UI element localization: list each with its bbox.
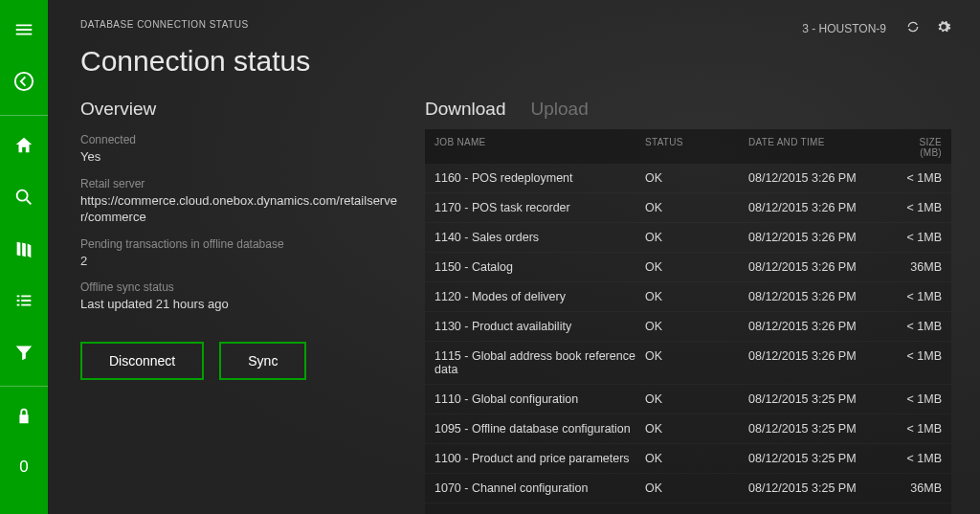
cell-status: OK: [645, 481, 748, 495]
cell-date: 08/12/2015 3:26 PM: [748, 320, 905, 333]
cell-date: 08/12/2015 3:26 PM: [748, 201, 905, 214]
cell-job: 1095 - Offline database configuration: [434, 422, 645, 436]
pending-value: 2: [80, 253, 400, 270]
breadcrumb: DATABASE CONNECTION STATUS: [80, 19, 249, 30]
cell-date: 08/12/2015 3:26 PM: [748, 171, 905, 185]
svg-point-0: [15, 73, 33, 90]
cell-size: < 1MB: [905, 201, 942, 214]
cell-job: 1160 - POS redeployment: [434, 171, 645, 185]
pending-label: Pending transactions in offline database: [80, 237, 400, 251]
cell-date: 08/12/2015 3:26 PM: [748, 290, 905, 303]
cell-job: 1110 - Global configuration: [434, 392, 645, 406]
cell-status: OK: [645, 392, 748, 406]
main-content: DATABASE CONNECTION STATUS 3 - HOUSTON-9…: [48, 0, 980, 514]
cell-size: 36MB: [905, 481, 942, 495]
refresh-icon[interactable]: [905, 19, 921, 37]
server-label: Retail server: [80, 177, 400, 190]
home-icon[interactable]: [13, 135, 34, 160]
table-header: JOB NAME STATUS DATE AND TIME SIZE (MB): [425, 129, 951, 164]
server-value: https://commerce.cloud.onebox.dynamics.c…: [80, 192, 400, 226]
cell-date: 08/12/2015 3:25 PM: [748, 452, 905, 465]
back-icon[interactable]: [13, 71, 34, 96]
offline-value: Last updated 21 hours ago: [80, 296, 400, 313]
cell-job: 1140 - Sales orders: [434, 231, 645, 244]
table-row[interactable]: 1120 - Modes of deliveryOK08/12/2015 3:2…: [425, 282, 951, 312]
cell-size: < 1MB: [905, 392, 942, 406]
page-title: Connection status: [48, 37, 980, 78]
table-row[interactable]: 1100 - Product and price parametersOK08/…: [425, 444, 951, 474]
catalog-icon[interactable]: [13, 238, 34, 263]
cell-status: OK: [645, 201, 748, 214]
table-row[interactable]: 1110 - Global configurationOK08/12/2015 …: [425, 385, 951, 414]
table-row[interactable]: 1140 - Sales ordersOK08/12/2015 3:26 PM<…: [425, 223, 951, 253]
cell-status: OK: [645, 290, 748, 303]
sidebar: 0: [0, 0, 48, 514]
offline-label: Offline sync status: [80, 280, 400, 294]
table-row[interactable]: 1115 - Global address book reference dat…: [425, 342, 951, 385]
table-row[interactable]: 1160 - POS redeploymentOK08/12/2015 3:26…: [425, 164, 951, 193]
cell-status: OK: [645, 231, 748, 244]
table-row[interactable]: 1150 - CatalogOK08/12/2015 3:26 PM36MB: [425, 253, 951, 282]
connected-label: Connected: [80, 133, 400, 146]
cell-size: < 1MB: [905, 290, 942, 303]
cell-job: 1100 - Product and price parameters: [434, 452, 645, 465]
cell-job: 1150 - Catalog: [434, 260, 645, 274]
table-row[interactable]: 1070 - Channel configurationOK08/12/2015…: [425, 474, 951, 503]
cell-status: OK: [645, 422, 748, 436]
cell-date: 08/12/2015 3:26 PM: [748, 260, 905, 274]
svg-point-1: [17, 190, 28, 201]
cell-size: < 1MB: [905, 320, 942, 333]
cell-job: 1120 - Modes of delivery: [434, 290, 645, 303]
cell-size: < 1MB: [905, 349, 942, 376]
cell-size: < 1MB: [905, 231, 942, 244]
cell-date: 08/12/2015 3:25 PM: [748, 422, 905, 436]
cell-status: OK: [645, 320, 748, 333]
col-header-size: SIZE (MB): [905, 137, 942, 158]
cell-date: 08/12/2015 3:26 PM: [748, 231, 905, 244]
cart-count[interactable]: 0: [19, 458, 28, 477]
cell-status: OK: [645, 452, 748, 465]
table-row[interactable]: 1170 - POS task recorderOK08/12/2015 3:2…: [425, 193, 951, 223]
tab-download[interactable]: Download: [425, 99, 506, 120]
table-row[interactable]: 1095 - Offline database configurationOK0…: [425, 414, 951, 444]
sync-button[interactable]: Sync: [219, 342, 306, 380]
cell-job: 1070 - Channel configuration: [434, 481, 645, 495]
tab-upload[interactable]: Upload: [531, 99, 589, 120]
table-row[interactable]: 1130 - Product availabilityOK08/12/2015 …: [425, 312, 951, 342]
cell-date: 08/12/2015 3:25 PM: [748, 481, 905, 495]
gear-icon[interactable]: [936, 19, 951, 37]
cell-status: OK: [645, 349, 748, 376]
jobs-panel: Download Upload JOB NAME STATUS DATE AND…: [425, 99, 951, 514]
disconnect-button[interactable]: Disconnect: [80, 342, 204, 380]
col-header-job: JOB NAME: [434, 137, 645, 158]
search-icon[interactable]: [13, 187, 34, 212]
lock-icon[interactable]: [13, 406, 34, 431]
cell-job: 1130 - Product availability: [434, 320, 645, 333]
cell-size: < 1MB: [905, 452, 942, 465]
cell-status: OK: [645, 171, 748, 185]
col-header-date: DATE AND TIME: [748, 137, 905, 158]
cell-date: 08/12/2015 3:26 PM: [748, 349, 905, 376]
filter-icon[interactable]: [13, 342, 34, 367]
cell-size: < 1MB: [905, 171, 942, 185]
list-icon[interactable]: [13, 290, 34, 315]
overview-panel: Overview Connected Yes Retail server htt…: [80, 99, 400, 514]
jobs-table: JOB NAME STATUS DATE AND TIME SIZE (MB) …: [425, 129, 951, 514]
cell-status: OK: [645, 260, 748, 274]
cell-size: 36MB: [905, 260, 942, 274]
cell-job: 1115 - Global address book reference dat…: [434, 349, 645, 376]
cell-size: < 1MB: [905, 422, 942, 436]
cell-date: 08/12/2015 3:25 PM: [748, 392, 905, 406]
location-label: 3 - HOUSTON-9: [802, 22, 886, 35]
col-header-status: STATUS: [645, 137, 748, 158]
menu-icon[interactable]: [13, 19, 34, 44]
connected-value: Yes: [80, 148, 400, 166]
cell-job: 1170 - POS task recorder: [434, 201, 645, 214]
overview-heading: Overview: [80, 99, 400, 120]
